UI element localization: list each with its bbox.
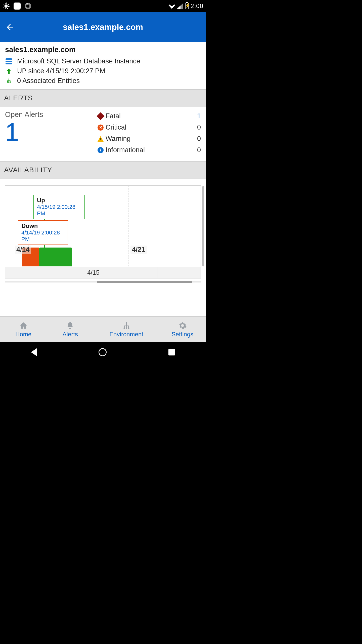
severity-label: Warning <box>106 135 191 143</box>
callout-down[interactable]: Down 4/14/19 2:00:28 PM <box>18 220 68 245</box>
severity-fatal[interactable]: Fatal 1 <box>96 110 201 122</box>
wifi-no-internet-icon <box>168 3 175 9</box>
chart-vertical-scrollbar[interactable] <box>202 186 204 266</box>
app-status-icon <box>14 3 21 10</box>
tab-label: Environment <box>109 331 143 338</box>
tab-environment[interactable]: Environment <box>94 317 159 342</box>
loading-status-icon <box>25 3 31 9</box>
android-status-bar: 2:00 <box>0 0 206 12</box>
home-icon <box>18 321 28 330</box>
severity-count: 0 <box>191 124 201 131</box>
bell-icon <box>65 321 75 330</box>
callout-title: Down <box>21 222 65 229</box>
severity-informational[interactable]: i Informational 0 <box>96 144 201 156</box>
severity-count: 0 <box>191 135 201 143</box>
host-status-row: UP since 4/15/19 2:00:27 PM <box>5 67 201 75</box>
host-type-row: Microsoft SQL Server Database Instance <box>5 57 201 65</box>
alerts-card: Open Alerts 1 Fatal 1 ✕ Critical 0 Warni… <box>0 107 206 161</box>
database-icon <box>6 58 12 64</box>
nav-home-button[interactable] <box>99 348 107 356</box>
host-summary: sales1.example.com Microsoft SQL Server … <box>0 42 206 89</box>
hierarchy-icon <box>121 321 131 330</box>
severity-label: Critical <box>106 124 191 131</box>
severity-critical[interactable]: ✕ Critical 0 <box>96 122 201 133</box>
open-alerts-count[interactable]: 1 <box>5 119 96 144</box>
chart-plot-area[interactable]: Up 4/15/19 2:00:28 PM Down 4/14/19 2:00:… <box>5 185 201 278</box>
cell-signal-icon <box>177 3 183 9</box>
severity-count: 0 <box>191 146 201 154</box>
tab-alerts[interactable]: Alerts <box>47 317 94 342</box>
severity-list: Fatal 1 ✕ Critical 0 Warning 0 i Informa… <box>96 110 201 156</box>
tab-label: Alerts <box>63 331 78 338</box>
tab-label: Settings <box>172 331 194 338</box>
tab-settings[interactable]: Settings <box>159 317 206 342</box>
tab-home[interactable]: Home <box>0 317 47 342</box>
host-entities: 0 Associated Entities <box>17 77 80 85</box>
callout-up[interactable]: Up 4/15/19 2:00:28 PM <box>33 195 85 219</box>
tab-label: Home <box>15 331 31 338</box>
host-entities-row[interactable]: 0 Associated Entities <box>5 77 201 85</box>
callout-timestamp: 4/15/19 2:00:28 PM <box>37 204 81 217</box>
severity-label: Informational <box>106 146 191 154</box>
callout-title: Up <box>37 197 81 204</box>
nav-recents-button[interactable] <box>168 349 175 355</box>
bottom-tab-bar: Home Alerts Environment Settings <box>0 316 206 342</box>
page-title: sales1.example.com <box>0 22 206 32</box>
app-bar: sales1.example.com <box>0 12 206 42</box>
severity-count: 1 <box>191 112 201 120</box>
x-axis-label: 4/15 <box>29 267 158 278</box>
severity-label: Fatal <box>106 112 191 120</box>
hierarchy-icon <box>5 78 13 84</box>
availability-chart[interactable]: Up 4/15/19 2:00:28 PM Down 4/14/19 2:00:… <box>0 179 206 284</box>
gear-icon <box>177 321 188 330</box>
host-status: UP since 4/15/19 2:00:27 PM <box>17 67 105 75</box>
host-type: Microsoft SQL Server Database Instance <box>17 57 140 65</box>
android-nav-bar <box>0 342 206 362</box>
battery-charging-icon <box>185 3 189 9</box>
x-tick: 4/21 <box>130 246 147 254</box>
info-icon: i <box>98 147 104 153</box>
clock: 2:00 <box>191 3 203 10</box>
chart-x-axis: 4/15 <box>5 267 201 278</box>
warning-icon <box>98 136 104 142</box>
up-arrow-icon <box>5 68 13 75</box>
callout-timestamp: 4/14/19 2:00:28 PM <box>21 229 65 243</box>
content-area: sales1.example.com Microsoft SQL Server … <box>0 42 206 316</box>
device-screen: 2:00 sales1.example.com sales1.example.c… <box>0 0 206 362</box>
x-tick: 4/14 <box>15 246 31 254</box>
fatal-icon <box>97 112 104 120</box>
critical-icon: ✕ <box>98 125 104 131</box>
severity-warning[interactable]: Warning 0 <box>96 133 201 144</box>
section-availability-header: AVAILABILITY <box>0 161 206 179</box>
nav-back-button[interactable] <box>31 348 37 356</box>
bar-up[interactable] <box>39 248 72 266</box>
host-name: sales1.example.com <box>5 46 201 54</box>
chart-horizontal-scrollbar[interactable] <box>5 281 201 283</box>
section-alerts-header: ALERTS <box>0 89 206 107</box>
settings-status-icon <box>3 3 10 10</box>
